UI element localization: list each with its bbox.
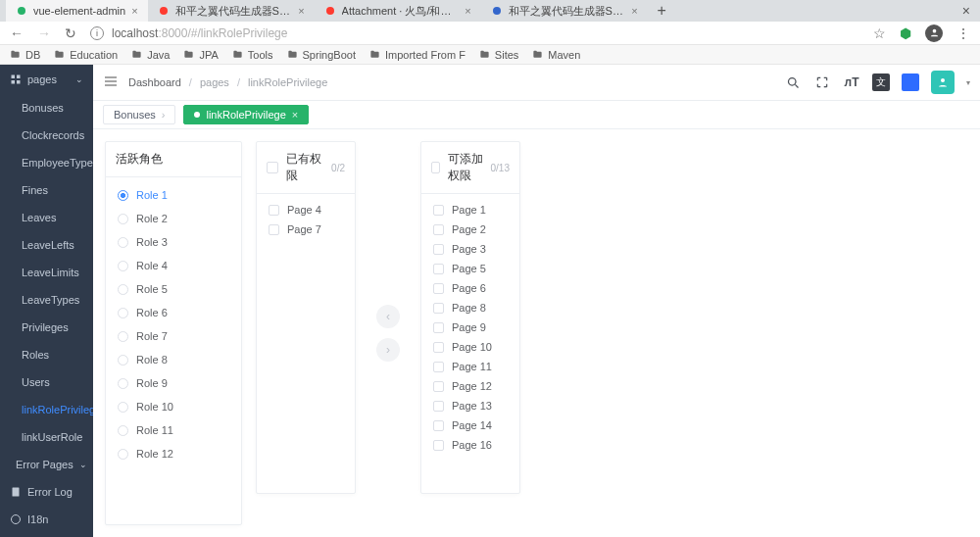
close-icon[interactable]: × xyxy=(292,109,298,121)
checkbox-icon[interactable] xyxy=(433,264,444,274)
sidebar-item[interactable]: Privileges xyxy=(0,314,93,341)
permission-item[interactable]: Page 8 xyxy=(421,298,519,317)
bookmark-folder[interactable]: Java xyxy=(131,49,170,61)
sidebar-error-pages[interactable]: Error Pages ⌄ xyxy=(0,451,93,478)
permission-item[interactable]: Page 5 xyxy=(421,259,519,278)
available-select-all[interactable] xyxy=(431,162,440,173)
sidebar-item[interactable]: Bonuses xyxy=(0,94,93,122)
bookmark-folder[interactable]: Sites xyxy=(479,49,518,61)
role-row[interactable]: Role 4 xyxy=(106,254,241,277)
avatar[interactable] xyxy=(931,71,955,94)
sidebar-item[interactable]: EmployeeTypes xyxy=(0,149,93,176)
checkbox-icon[interactable] xyxy=(269,205,279,216)
sidebar-item[interactable]: Users xyxy=(0,368,93,396)
permission-item[interactable]: Page 2 xyxy=(421,220,519,239)
permission-item[interactable]: Page 1 xyxy=(421,200,519,220)
permission-item[interactable]: Page 11 xyxy=(421,357,519,376)
checkbox-icon[interactable] xyxy=(433,283,444,294)
permission-item[interactable]: Page 10 xyxy=(421,337,519,357)
font-size-icon[interactable]: лT xyxy=(843,73,860,91)
bookmark-folder[interactable]: SpringBoot xyxy=(287,49,356,61)
permission-item[interactable]: Page 13 xyxy=(421,396,519,415)
checkbox-icon[interactable] xyxy=(433,401,444,412)
role-row[interactable]: Role 9 xyxy=(106,371,241,395)
sidebar-item[interactable]: linkRolePrivilege xyxy=(0,396,93,423)
bookmark-folder[interactable]: Imported From F xyxy=(369,49,466,61)
sidebar-item[interactable]: LeaveTypes xyxy=(0,286,93,314)
sidebar-item[interactable]: Leaves xyxy=(0,204,93,231)
transfer-right-button[interactable]: › xyxy=(376,338,400,362)
fullscreen-icon[interactable] xyxy=(813,73,831,91)
permission-item[interactable]: Page 14 xyxy=(421,415,519,435)
sidebar-item[interactable]: linkUserRole xyxy=(0,423,93,451)
crumb-pages[interactable]: pages xyxy=(200,76,229,88)
bookmark-folder[interactable]: Education xyxy=(54,49,118,61)
sidebar-error-log[interactable]: Error Log xyxy=(0,478,93,506)
caret-down-icon[interactable]: ▾ xyxy=(966,78,970,87)
role-row[interactable]: Role 7 xyxy=(106,324,241,348)
browser-tab[interactable]: 和平之翼代码生成器SMEU× xyxy=(148,0,315,22)
permission-item[interactable]: Page 3 xyxy=(421,239,519,259)
role-row[interactable]: Role 2 xyxy=(106,207,241,230)
menu-icon[interactable]: ⋮ xyxy=(956,25,970,41)
role-row[interactable]: Role 1 xyxy=(106,183,241,207)
role-row[interactable]: Role 10 xyxy=(106,395,241,418)
reload-icon[interactable]: ↻ xyxy=(65,25,76,41)
transfer-left-button[interactable]: ‹ xyxy=(376,305,400,328)
role-row[interactable]: Role 11 xyxy=(106,418,241,442)
role-row[interactable]: Role 5 xyxy=(106,277,241,301)
bookmark-folder[interactable]: JPA xyxy=(183,49,218,61)
crumb-dashboard[interactable]: Dashboard xyxy=(128,76,181,88)
checkbox-icon[interactable] xyxy=(433,420,444,431)
permission-item[interactable]: Page 16 xyxy=(421,435,519,455)
sidebar-i18n[interactable]: I18n xyxy=(0,506,93,533)
permission-item[interactable]: Page 12 xyxy=(421,376,519,396)
browser-tab[interactable]: Attachment · 火鸟/和平之…× xyxy=(315,0,481,22)
sidebar-item[interactable]: Roles xyxy=(0,341,93,368)
role-row[interactable]: Role 3 xyxy=(106,230,241,254)
browser-tab[interactable]: 和平之翼代码生成器SMEU× xyxy=(481,0,648,22)
tag-linkroleprivilege[interactable]: linkRolePrivilege × xyxy=(183,105,309,124)
hamburger-icon[interactable] xyxy=(103,73,119,92)
permission-item[interactable]: Page 9 xyxy=(421,317,519,337)
forward-icon[interactable]: → xyxy=(37,25,51,41)
checkbox-icon[interactable] xyxy=(433,224,444,235)
bookmark-folder[interactable]: Tools xyxy=(232,49,273,61)
checkbox-icon[interactable] xyxy=(433,303,444,314)
checkbox-icon[interactable] xyxy=(269,224,279,235)
new-tab-button[interactable]: + xyxy=(648,2,676,20)
checkbox-icon[interactable] xyxy=(433,244,444,255)
checkbox-icon[interactable] xyxy=(433,205,444,216)
checkbox-icon[interactable] xyxy=(433,322,444,333)
checkbox-icon[interactable] xyxy=(433,362,444,372)
close-icon[interactable]: × xyxy=(131,5,137,17)
search-icon[interactable] xyxy=(784,73,802,91)
checkbox-icon[interactable] xyxy=(433,440,444,451)
url-field[interactable]: i localhost:8000/#/linkRolePrivilege xyxy=(90,26,859,40)
bookmark-folder[interactable]: DB xyxy=(10,49,40,61)
role-row[interactable]: Role 8 xyxy=(106,348,241,371)
window-close[interactable]: × xyxy=(962,3,980,19)
sidebar-item[interactable]: Fines xyxy=(0,176,93,204)
close-icon[interactable]: × xyxy=(631,5,637,17)
permission-item[interactable]: Page 7 xyxy=(257,220,355,239)
star-icon[interactable]: ☆ xyxy=(873,25,886,41)
close-icon[interactable]: × xyxy=(465,5,470,17)
sidebar-item[interactable]: LeaveLefts xyxy=(0,231,93,259)
extensions-icon[interactable]: ⬢ xyxy=(900,25,911,41)
profile-icon[interactable] xyxy=(925,24,943,42)
close-icon[interactable]: × xyxy=(298,5,304,17)
checkbox-icon[interactable] xyxy=(433,342,444,353)
back-icon[interactable]: ← xyxy=(10,25,24,41)
site-info-icon[interactable]: i xyxy=(90,26,104,40)
language-icon[interactable]: 文 xyxy=(872,73,890,91)
role-row[interactable]: Role 12 xyxy=(106,442,241,465)
theme-icon[interactable] xyxy=(902,73,919,91)
permission-item[interactable]: Page 6 xyxy=(421,278,519,298)
assigned-select-all[interactable] xyxy=(267,162,278,173)
browser-tab[interactable]: vue-element-admin× xyxy=(6,0,148,22)
permission-item[interactable]: Page 4 xyxy=(257,200,355,220)
role-row[interactable]: Role 6 xyxy=(106,301,241,324)
sidebar-group-pages[interactable]: pages ⌄ xyxy=(0,65,93,94)
bookmark-folder[interactable]: Maven xyxy=(532,49,580,61)
